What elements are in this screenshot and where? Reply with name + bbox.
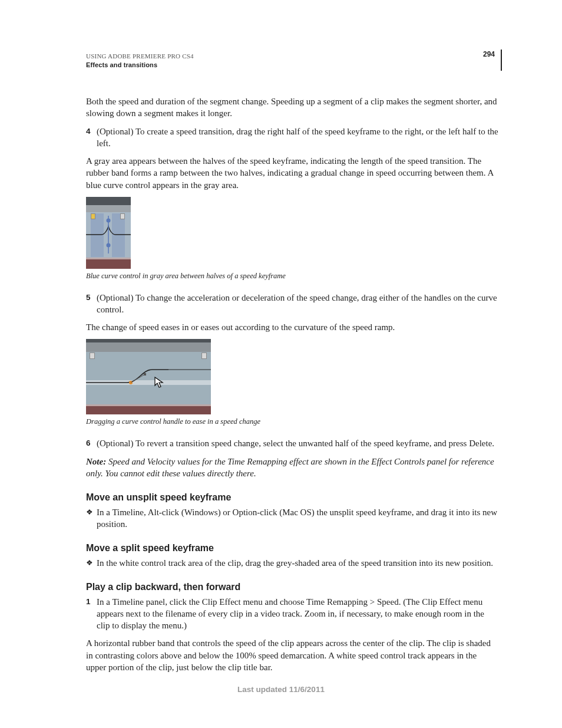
bullet-icon: ❖ (86, 557, 97, 569)
heading-play-backward-forward: Play a clip backward, then forward (86, 581, 498, 594)
header-right: 294 (483, 50, 502, 71)
svg-point-1 (107, 218, 111, 222)
step-6: 6 (Optional) To revert a transition spee… (86, 437, 498, 449)
step-number: 1 (86, 596, 97, 632)
step-number: 5 (86, 292, 97, 316)
note-label: Note: (86, 457, 106, 466)
speed-curve-icon (86, 212, 131, 259)
page-header: USING ADOBE PREMIERE PRO CS4 Effects and… (86, 52, 498, 80)
figure-2-caption: Dragging a curve control handle to ease … (86, 417, 498, 427)
header-left: USING ADOBE PREMIERE PRO CS4 Effects and… (86, 52, 498, 70)
step-4: 4 (Optional) To create a speed transitio… (86, 126, 498, 150)
bullet-text: In a Timeline, Alt-click (Windows) or Op… (97, 506, 498, 531)
doc-title: USING ADOBE PREMIERE PRO CS4 (86, 52, 498, 61)
step-5: 5 (Optional) To change the acceleration … (86, 292, 498, 316)
paragraph-ease: The change of speed eases in or eases ou… (86, 321, 498, 333)
figure-blue-curve-control (86, 197, 131, 269)
page-footer: Last updated 11/6/2011 (0, 684, 562, 695)
svg-point-2 (107, 243, 111, 247)
step-number: 6 (86, 437, 97, 449)
step-text: In a Timeline panel, click the Clip Effe… (97, 596, 498, 632)
step-1-playback: 1 In a Timeline panel, click the Clip Ef… (86, 596, 498, 632)
step-number: 4 (86, 126, 97, 150)
note-paragraph: Note: Speed and Velocity values for the … (86, 456, 498, 480)
note-text: Speed and Velocity values for the Time R… (86, 457, 494, 478)
bullet-item: ❖ In the white control track area of the… (86, 557, 498, 569)
speed-curve-icon (86, 352, 211, 406)
step-text: (Optional) To revert a transition speed … (97, 437, 498, 449)
heading-move-unsplit: Move an unsplit speed keyframe (86, 491, 498, 504)
bullet-text: In the white control track area of the c… (97, 557, 498, 569)
last-updated: Last updated 11/6/2011 (237, 685, 325, 694)
page: USING ADOBE PREMIERE PRO CS4 Effects and… (0, 0, 562, 728)
bullet-icon: ❖ (86, 506, 97, 531)
heading-move-split: Move a split speed keyframe (86, 542, 498, 555)
svg-line-4 (131, 374, 145, 383)
step-text: (Optional) To create a speed transition,… (97, 126, 498, 150)
cursor-icon (154, 377, 165, 388)
paragraph-horizontal-band: A horizontal rubber band that controls t… (86, 637, 498, 673)
doc-section: Effects and transitions (86, 61, 498, 70)
page-content: Both the speed and duration of the segme… (86, 95, 498, 673)
figure-1-caption: Blue curve control in gray area between … (86, 271, 498, 281)
paragraph-gray-area: A gray area appears between the halves o… (86, 155, 498, 191)
page-number: 294 (483, 50, 495, 59)
svg-rect-5 (144, 373, 146, 375)
step-text: (Optional) To change the acceleration or… (97, 292, 498, 316)
figure-drag-curve-handle (86, 339, 211, 414)
paragraph-intro: Both the speed and duration of the segme… (86, 95, 498, 120)
bullet-item: ❖ In a Timeline, Alt-click (Windows) or … (86, 506, 498, 531)
